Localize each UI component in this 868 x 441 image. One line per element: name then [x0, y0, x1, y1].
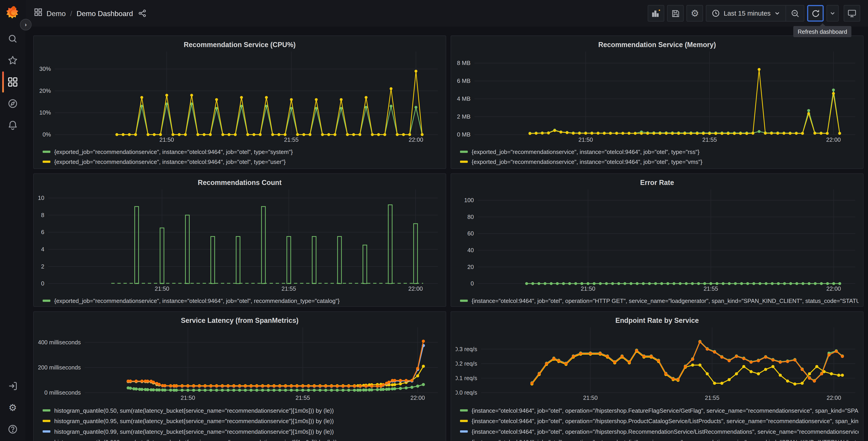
legend-series-label: {exported_job="recommendationservice", i…: [54, 148, 293, 155]
legend-item[interactable]: {instance="otelcol:9464", job="otel", op…: [456, 415, 859, 426]
svg-text:21:50: 21:50: [581, 286, 595, 292]
legend-series-swatch: [42, 430, 50, 432]
panel-recommendation-cpu: Recommendation Service (CPU%) 0%10%20%30…: [33, 35, 446, 169]
legend-series-swatch: [460, 151, 468, 153]
svg-text:20: 20: [467, 264, 474, 270]
refresh-dashboard-button[interactable]: [807, 5, 824, 22]
add-panel-button[interactable]: [648, 5, 664, 22]
svg-text:22:00: 22:00: [826, 137, 841, 143]
active-indicator: [2, 71, 4, 93]
breadcrumb-separator: /: [70, 9, 72, 18]
legend-item[interactable]: {exported_job="recommendationservice", i…: [38, 147, 441, 157]
breadcrumb[interactable]: Demo / Demo Dashboard: [34, 8, 146, 18]
zoom-out-button[interactable]: [785, 5, 804, 21]
endpoint-rate-chart[interactable]: 0.0 req/s0.1 req/s0.2 req/s0.3 req/s21:5…: [456, 327, 859, 403]
dashboard-settings-button[interactable]: ⚙: [686, 5, 703, 22]
legend-series-swatch: [42, 160, 50, 163]
legend-series-label: {instance="otelcol:9464", job="otel", op…: [471, 407, 859, 413]
sidebar-item-dashboards[interactable]: [0, 77, 26, 87]
panel-title[interactable]: Recommendations Count: [38, 177, 441, 189]
panel-title[interactable]: Recommendation Service (CPU%): [38, 39, 441, 52]
kiosk-mode-button[interactable]: [843, 5, 860, 22]
sidebar-expand-button[interactable]: ›: [20, 19, 31, 30]
sidebar: ⚙: [0, 0, 26, 441]
refresh-interval-caret-button[interactable]: [827, 5, 839, 22]
legend-item[interactable]: {exported_job="recommendationservice", i…: [456, 157, 859, 167]
sidebar-item-sign-in[interactable]: [0, 381, 26, 391]
svg-text:22:00: 22:00: [826, 286, 841, 292]
svg-text:21:50: 21:50: [181, 394, 195, 401]
panel-recommendation-memory: Recommendation Service (Memory) 0 MB2 MB…: [451, 35, 864, 169]
panel-title[interactable]: Service Latency (from SpanMetrics): [38, 315, 441, 327]
chart-svg: 02040608010021:5021:5522:00: [456, 189, 859, 294]
svg-text:80: 80: [467, 214, 474, 220]
svg-text:30%: 30%: [39, 66, 51, 72]
legend-series-swatch: [42, 419, 50, 422]
legend-item[interactable]: histogram_quantile(0.95, sum(rate(latenc…: [38, 415, 441, 426]
legend-series-swatch: [460, 160, 468, 163]
service-latency-chart[interactable]: 0 milliseconds200 milliseconds400 millis…: [38, 327, 441, 403]
svg-text:40: 40: [467, 247, 474, 253]
sidebar-item-explore[interactable]: [0, 98, 26, 109]
refresh-icon: [811, 9, 819, 18]
svg-text:0 MB: 0 MB: [457, 131, 471, 138]
share-icon[interactable]: [138, 9, 146, 17]
sidebar-item-alerting[interactable]: [0, 120, 26, 130]
panel-title[interactable]: Endpoint Rate by Service: [456, 315, 859, 327]
legend-series-swatch: [460, 409, 468, 411]
sidebar-item-starred[interactable]: [0, 56, 26, 65]
grafana-logo[interactable]: [5, 6, 20, 21]
chevron-down-icon: [775, 10, 780, 16]
endpoint-rate-legend: {instance="otelcol:9464", job="otel", op…: [456, 405, 859, 441]
legend-item[interactable]: {instance="otelcol:9464", job="otel", op…: [456, 437, 859, 441]
sidebar-item-search[interactable]: [0, 34, 26, 44]
error-rate-legend: {instance="otelcol:9464", job="otel", op…: [456, 296, 859, 305]
gear-icon: ⚙: [691, 9, 699, 18]
legend-item[interactable]: histogram_quantile(0.99, sum(rate(latenc…: [38, 426, 441, 436]
recommendations-count-chart[interactable]: 024681021:5021:5522:00: [38, 189, 441, 294]
clock-icon: [712, 9, 720, 17]
svg-text:0: 0: [41, 280, 44, 287]
svg-text:60: 60: [467, 230, 474, 237]
svg-text:0: 0: [471, 280, 474, 287]
svg-text:4 MB: 4 MB: [457, 95, 471, 102]
time-range-group: Last 15 minutes: [706, 5, 804, 22]
recommendations-count-legend: {exported_job="recommendationservice", i…: [38, 296, 441, 305]
sidebar-item-configuration[interactable]: ⚙: [0, 403, 26, 413]
legend-item[interactable]: {exported_job="recommendationservice", i…: [38, 296, 441, 305]
svg-text:8 MB: 8 MB: [457, 60, 471, 66]
legend-item[interactable]: histogram_quantile(0.999, sum(rate(laten…: [38, 437, 441, 441]
legend-item[interactable]: {instance="otelcol:9464", job="otel", op…: [456, 405, 859, 415]
sidebar-item-help[interactable]: [0, 424, 26, 434]
legend-series-swatch: [42, 300, 50, 302]
breadcrumb-dashboard[interactable]: Demo Dashboard: [76, 9, 133, 18]
svg-text:6 MB: 6 MB: [457, 78, 471, 84]
legend-item[interactable]: {exported_job="recommendationservice", i…: [456, 147, 859, 157]
panel-title[interactable]: Recommendation Service (Memory): [456, 39, 859, 52]
save-dashboard-button[interactable]: [667, 5, 684, 22]
panel-title[interactable]: Error Rate: [456, 177, 859, 189]
breadcrumb-folder[interactable]: Demo: [46, 9, 66, 18]
time-range-label: Last 15 minutes: [724, 9, 771, 17]
legend-item[interactable]: histogram_quantile(0.50, sum(rate(latenc…: [38, 405, 441, 415]
svg-text:400 milliseconds: 400 milliseconds: [38, 339, 81, 346]
chart-svg: 0.0 req/s0.1 req/s0.2 req/s0.3 req/s21:5…: [456, 327, 859, 403]
legend-item[interactable]: {instance="otelcol:9464", job="otel", op…: [456, 426, 859, 436]
cpu-chart[interactable]: 0%10%20%30%21:5021:5522:00: [38, 52, 441, 145]
legend-series-label: histogram_quantile(0.95, sum(rate(latenc…: [54, 417, 334, 424]
svg-text:21:55: 21:55: [284, 137, 299, 143]
memory-chart[interactable]: 0 MB2 MB4 MB6 MB8 MB21:5021:5522:00: [456, 52, 859, 145]
legend-series-swatch: [460, 430, 468, 432]
legend-series-label: {instance="otelcol:9464", job="otel", op…: [471, 417, 859, 424]
header: Demo / Demo Dashboard: [26, 0, 868, 27]
legend-series-label: {instance="otelcol:9464", job="otel", op…: [471, 428, 859, 435]
legend-item[interactable]: {instance="otelcol:9464", job="otel", op…: [456, 296, 859, 305]
legend-item[interactable]: {exported_job="recommendationservice", i…: [38, 157, 441, 167]
time-range-picker[interactable]: Last 15 minutes: [707, 5, 785, 21]
error-rate-chart[interactable]: 02040608010021:5021:5522:00: [456, 189, 859, 294]
legend-series-swatch: [42, 409, 50, 411]
svg-text:10: 10: [38, 195, 44, 201]
svg-text:0 milliseconds: 0 milliseconds: [44, 389, 81, 396]
chevron-down-icon: [830, 10, 835, 16]
memory-legend: {exported_job="recommendationservice", i…: [456, 147, 859, 167]
